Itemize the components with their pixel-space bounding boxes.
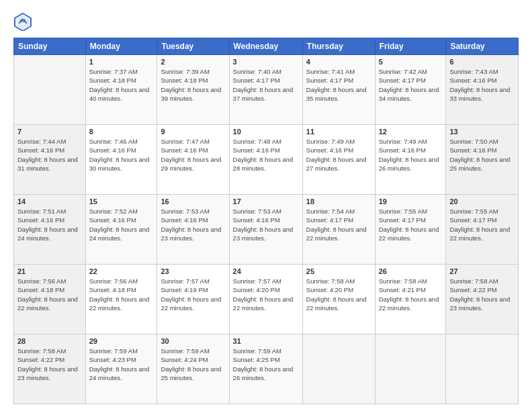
cell-info: Sunrise: 7:52 AMSunset: 4:16 PMDaylight:…	[89, 208, 150, 242]
calendar-cell: 14Sunrise: 7:51 AMSunset: 4:16 PMDayligh…	[14, 195, 86, 265]
weekday-sunday: Sunday	[14, 38, 86, 55]
calendar-cell: 27Sunrise: 7:58 AMSunset: 4:22 PMDayligh…	[446, 265, 519, 334]
calendar-cell: 11Sunrise: 7:49 AMSunset: 4:16 PMDayligh…	[302, 125, 375, 195]
weekday-tuesday: Tuesday	[157, 38, 229, 55]
day-number: 22	[89, 267, 154, 275]
cell-info: Sunrise: 7:50 AMSunset: 4:16 PMDaylight:…	[449, 138, 510, 172]
day-number: 12	[379, 128, 443, 136]
cell-info: Sunrise: 7:58 AMSunset: 4:22 PMDaylight:…	[449, 277, 510, 312]
day-number: 20	[449, 197, 515, 205]
day-number: 26	[379, 267, 443, 275]
cell-info: Sunrise: 7:44 AMSunset: 4:16 PMDaylight:…	[17, 138, 78, 172]
cell-info: Sunrise: 7:55 AMSunset: 4:17 PMDaylight:…	[379, 208, 439, 242]
day-number: 7	[17, 128, 82, 136]
weekday-thursday: Thursday	[302, 38, 375, 55]
calendar-cell: 18Sunrise: 7:54 AMSunset: 4:17 PMDayligh…	[302, 195, 375, 265]
day-number: 14	[17, 197, 82, 205]
calendar-cell: 9Sunrise: 7:47 AMSunset: 4:16 PMDaylight…	[157, 125, 229, 195]
cell-info: Sunrise: 7:58 AMSunset: 4:22 PMDaylight:…	[17, 347, 78, 381]
cell-info: Sunrise: 7:59 AMSunset: 4:23 PMDaylight:…	[89, 347, 150, 381]
day-number: 11	[306, 128, 371, 136]
weekday-monday: Monday	[85, 38, 157, 55]
day-number: 27	[449, 267, 515, 275]
day-number: 23	[161, 267, 225, 275]
calendar-cell	[302, 334, 375, 404]
calendar-cell: 21Sunrise: 7:56 AMSunset: 4:18 PMDayligh…	[14, 265, 86, 334]
header	[13, 12, 519, 31]
calendar-cell: 31Sunrise: 7:59 AMSunset: 4:25 PMDayligh…	[229, 334, 302, 404]
weekday-header-row: SundayMondayTuesdayWednesdayThursdayFrid…	[14, 38, 519, 55]
calendar-week-1: 1Sunrise: 7:37 AMSunset: 4:18 PMDaylight…	[14, 55, 519, 125]
cell-info: Sunrise: 7:39 AMSunset: 4:18 PMDaylight:…	[161, 68, 221, 102]
day-number: 13	[449, 128, 515, 136]
calendar-cell: 15Sunrise: 7:52 AMSunset: 4:16 PMDayligh…	[85, 195, 157, 265]
calendar-cell: 6Sunrise: 7:43 AMSunset: 4:16 PMDaylight…	[446, 55, 519, 125]
cell-info: Sunrise: 7:49 AMSunset: 4:16 PMDaylight:…	[306, 138, 367, 172]
cell-info: Sunrise: 7:53 AMSunset: 4:16 PMDaylight:…	[161, 208, 221, 242]
day-number: 24	[233, 267, 299, 275]
cell-info: Sunrise: 7:51 AMSunset: 4:16 PMDaylight:…	[17, 208, 78, 242]
day-number: 31	[233, 337, 299, 345]
day-number: 8	[89, 128, 154, 136]
day-number: 21	[17, 267, 82, 275]
calendar-cell: 2Sunrise: 7:39 AMSunset: 4:18 PMDaylight…	[157, 55, 229, 125]
day-number: 5	[379, 58, 443, 66]
calendar-cell	[375, 334, 446, 404]
calendar-cell: 8Sunrise: 7:46 AMSunset: 4:16 PMDaylight…	[85, 125, 157, 195]
day-number: 4	[306, 58, 371, 66]
calendar-cell: 10Sunrise: 7:48 AMSunset: 4:16 PMDayligh…	[229, 125, 302, 195]
calendar-cell	[446, 334, 519, 404]
page: SundayMondayTuesdayWednesdayThursdayFrid…	[0, 0, 532, 411]
calendar-cell: 28Sunrise: 7:58 AMSunset: 4:22 PMDayligh…	[14, 334, 86, 404]
cell-info: Sunrise: 7:56 AMSunset: 4:18 PMDaylight:…	[89, 277, 150, 312]
calendar-cell: 26Sunrise: 7:58 AMSunset: 4:21 PMDayligh…	[375, 265, 446, 334]
day-number: 15	[89, 197, 154, 205]
cell-info: Sunrise: 7:43 AMSunset: 4:16 PMDaylight:…	[449, 68, 510, 102]
calendar-week-5: 28Sunrise: 7:58 AMSunset: 4:22 PMDayligh…	[14, 334, 519, 404]
day-number: 18	[306, 197, 371, 205]
cell-info: Sunrise: 7:49 AMSunset: 4:16 PMDaylight:…	[379, 138, 439, 172]
cell-info: Sunrise: 7:41 AMSunset: 4:17 PMDaylight:…	[306, 68, 367, 102]
day-number: 19	[379, 197, 443, 205]
calendar-cell: 19Sunrise: 7:55 AMSunset: 4:17 PMDayligh…	[375, 195, 446, 265]
day-number: 2	[161, 58, 225, 66]
calendar-cell: 1Sunrise: 7:37 AMSunset: 4:18 PMDaylight…	[85, 55, 157, 125]
cell-info: Sunrise: 7:54 AMSunset: 4:17 PMDaylight:…	[306, 208, 367, 242]
weekday-friday: Friday	[375, 38, 446, 55]
logo-icon	[13, 12, 32, 31]
svg-marker-0	[16, 15, 30, 30]
cell-info: Sunrise: 7:40 AMSunset: 4:17 PMDaylight:…	[233, 68, 294, 102]
day-number: 16	[161, 197, 225, 205]
calendar-cell: 20Sunrise: 7:55 AMSunset: 4:17 PMDayligh…	[446, 195, 519, 265]
calendar-table: SundayMondayTuesdayWednesdayThursdayFrid…	[13, 38, 519, 404]
cell-info: Sunrise: 7:37 AMSunset: 4:18 PMDaylight:…	[89, 68, 150, 102]
cell-info: Sunrise: 7:53 AMSunset: 4:16 PMDaylight:…	[233, 208, 294, 242]
weekday-wednesday: Wednesday	[229, 38, 302, 55]
calendar-week-4: 21Sunrise: 7:56 AMSunset: 4:18 PMDayligh…	[14, 265, 519, 334]
day-number: 3	[233, 58, 299, 66]
cell-info: Sunrise: 7:59 AMSunset: 4:24 PMDaylight:…	[161, 347, 221, 381]
calendar-cell: 12Sunrise: 7:49 AMSunset: 4:16 PMDayligh…	[375, 125, 446, 195]
day-number: 6	[449, 58, 515, 66]
calendar-cell: 3Sunrise: 7:40 AMSunset: 4:17 PMDaylight…	[229, 55, 302, 125]
logo	[13, 12, 35, 31]
cell-info: Sunrise: 7:42 AMSunset: 4:17 PMDaylight:…	[379, 68, 439, 102]
cell-info: Sunrise: 7:47 AMSunset: 4:16 PMDaylight:…	[161, 138, 221, 172]
weekday-saturday: Saturday	[446, 38, 519, 55]
cell-info: Sunrise: 7:58 AMSunset: 4:21 PMDaylight:…	[379, 277, 439, 312]
day-number: 10	[233, 128, 299, 136]
day-number: 1	[89, 58, 154, 66]
day-number: 30	[161, 337, 225, 345]
day-number: 17	[233, 197, 299, 205]
cell-info: Sunrise: 7:48 AMSunset: 4:16 PMDaylight:…	[233, 138, 294, 172]
calendar-cell: 23Sunrise: 7:57 AMSunset: 4:19 PMDayligh…	[157, 265, 229, 334]
calendar-cell: 25Sunrise: 7:58 AMSunset: 4:20 PMDayligh…	[302, 265, 375, 334]
calendar-cell: 16Sunrise: 7:53 AMSunset: 4:16 PMDayligh…	[157, 195, 229, 265]
calendar-cell: 13Sunrise: 7:50 AMSunset: 4:16 PMDayligh…	[446, 125, 519, 195]
calendar-cell: 17Sunrise: 7:53 AMSunset: 4:16 PMDayligh…	[229, 195, 302, 265]
calendar-week-3: 14Sunrise: 7:51 AMSunset: 4:16 PMDayligh…	[14, 195, 519, 265]
calendar-cell: 24Sunrise: 7:57 AMSunset: 4:20 PMDayligh…	[229, 265, 302, 334]
calendar-cell: 5Sunrise: 7:42 AMSunset: 4:17 PMDaylight…	[375, 55, 446, 125]
calendar-cell: 22Sunrise: 7:56 AMSunset: 4:18 PMDayligh…	[85, 265, 157, 334]
calendar-cell: 29Sunrise: 7:59 AMSunset: 4:23 PMDayligh…	[85, 334, 157, 404]
